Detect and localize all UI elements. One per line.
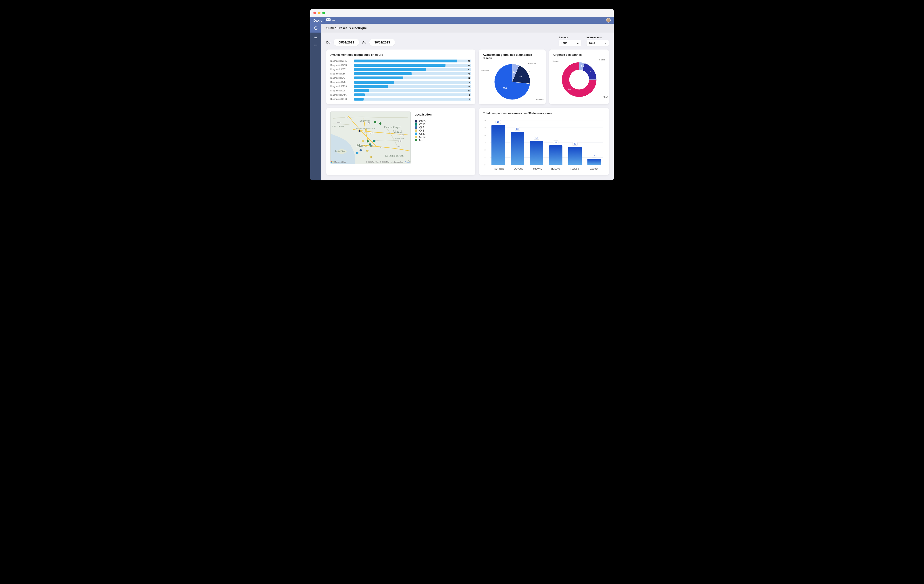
pie-slice-label: En cours [482,69,490,72]
donut-card: Urgence des pannes 3082ElevéMoyenFaible [549,49,609,104]
legend-dot-icon [415,129,417,132]
sidebar-item-calendar[interactable] [310,33,322,41]
window-close-dot[interactable] [314,12,316,14]
svg-line-10 [528,71,530,72]
map-pin[interactable] [365,145,367,147]
barchart: 302520151050 28221613124 R3434TDRA24CNSR… [483,118,605,171]
map-pin[interactable] [365,129,367,132]
window-zoom-dot[interactable] [322,12,325,14]
x-tick-label: RUS94U [549,168,562,170]
map-road-label: A55 [345,117,349,118]
map-road-label: D4b [398,140,402,142]
brand-dots-icon [332,20,335,21]
bar-value-badge: 13 [553,140,558,144]
intervenants-select[interactable]: Tous ⌄ [587,40,609,46]
sidebar-item-dashboard[interactable] [310,24,322,33]
donut-slice-value: 8 [589,71,591,73]
progress-bar-track: 29 [354,85,471,88]
map-pin[interactable] [369,143,371,146]
progress-bar-row: Diagnostic D08 13 [330,89,471,92]
progress-bar-track: 78 [354,64,471,67]
progress-bar-value: 29 [468,86,470,88]
sidebar-item-apps[interactable] [310,41,322,50]
map-pin[interactable] [370,156,372,158]
map-pin[interactable] [358,130,361,132]
bar-column[interactable]: 13 [549,120,563,165]
map-legend-item[interactable]: C567 [415,132,432,135]
map-viewport[interactable]: Marseille ARNAVON Plan-de-Cuques Allauch… [330,112,411,164]
bar-column[interactable]: 4 [587,120,601,165]
map-legend-item[interactable]: C78 [415,138,432,141]
donut-chart: 3082ElevéMoyenFaible [553,59,605,100]
map-attribution-left: Microsoft Bing [332,161,346,163]
map-pin[interactable] [362,140,364,142]
date-to-input[interactable]: 30/01/2023 [370,39,395,46]
legend-dot-icon [415,123,417,126]
progress-bar-label: Diagnostic D567 [330,72,351,75]
sector-select[interactable]: Tous ⌄ [559,40,581,46]
map-pin[interactable] [379,122,381,125]
pie-slice-value: 154 [503,87,507,89]
svg-rect-5 [317,44,317,45]
y-tick-label: 20 [484,134,486,136]
date-from-input[interactable]: 09/01/2023 [334,39,359,46]
map-pin[interactable] [360,149,362,151]
svg-rect-4 [315,44,316,45]
svg-rect-6 [315,46,315,46]
bar-column[interactable]: 16 [530,120,543,165]
map-pin[interactable] [374,121,376,123]
progress-bar-label: Diagnostic D43 [330,77,351,79]
bar-rect [492,125,505,165]
map-road-label: A507 [369,132,374,134]
barchart-title: Total des pannes survenues ces 90 dernie… [483,112,605,115]
progress-bar-row: Diagnostic D673 8 [330,98,471,100]
bar-rect [530,141,543,165]
legend-dot-icon [415,126,417,129]
map-road-label: A507 [363,132,368,133]
legend-dot-icon [415,120,417,123]
window-minimize-dot[interactable] [318,12,320,14]
y-tick-label: 10 [484,149,486,151]
legend-label: C123 [419,135,426,138]
bar-value-badge: 12 [572,142,578,146]
progress-bar-track: 88 [354,59,471,63]
progress-bar-value: 49 [468,73,470,75]
map-pin[interactable] [367,140,369,143]
filter-row: Du 09/01/2023 Au 30/01/2023 Secteur Tous… [326,36,609,46]
bar-rect [549,145,563,165]
pie-slice-value: 43 [519,76,522,78]
bar-column[interactable]: 12 [568,120,582,165]
progress-bar-row: Diagnostic D123 29 [330,85,471,88]
bar-value-badge: 16 [534,136,539,140]
user-avatar[interactable] [606,18,610,23]
map-legend-item[interactable]: C123 [415,135,432,138]
svg-rect-7 [315,46,316,46]
map-pin[interactable] [373,140,375,142]
progress-bar-fill [354,76,403,79]
brand-name: Daxium [314,18,325,22]
map-legend-item[interactable]: C43 [415,129,432,132]
donut-slice[interactable] [582,63,596,80]
sector-label: Secteur [559,36,581,39]
chevron-down-icon: ⌄ [604,41,607,44]
map-pin[interactable] [356,152,358,154]
map-terms-link[interactable]: Terms [405,161,409,163]
bar-rect [511,132,524,165]
map-legend-item[interactable]: C87 [415,126,432,129]
svg-line-9 [516,63,516,64]
progress-bar-value: 42 [468,77,470,79]
map-road-label: D44g [400,134,404,136]
brand-suffix: Air [326,18,330,21]
bar-column[interactable]: 28 [492,120,505,165]
bar-column[interactable]: 22 [511,120,524,165]
bar-rect [568,147,582,165]
progress-bar-value: 34 [468,81,470,83]
to-label: Au [362,41,366,44]
svg-rect-8 [317,46,317,46]
map-legend-item[interactable]: C675 [415,120,432,123]
progress-bar-label: Diagnostic D87 [330,68,351,71]
map-pin[interactable] [366,150,368,152]
progress-bar-fill [354,85,388,88]
progress-bar-fill [354,94,365,96]
map-legend-item[interactable]: C213 [415,123,432,126]
